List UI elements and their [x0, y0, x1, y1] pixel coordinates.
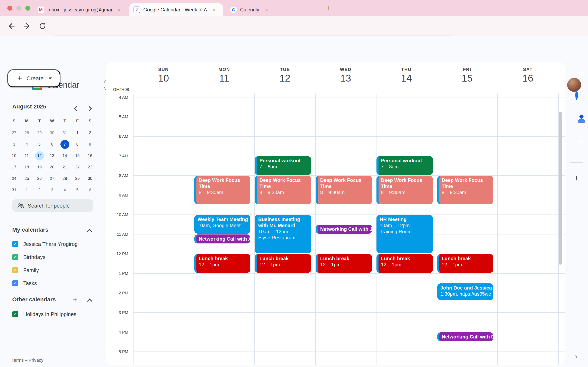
mini-calendar-day[interactable]: 6: [48, 140, 57, 149]
event[interactable]: Deep Work FocusTime8 – 9:30am: [437, 176, 493, 204]
calendar-list-item[interactable]: ✓Birthdays: [12, 252, 100, 262]
tab-gmail[interactable]: M Inbox - jessicayrogirog@gmai ×: [34, 3, 127, 16]
mini-calendar-day[interactable]: 14: [60, 151, 69, 160]
event[interactable]: Deep Work FocusTime8 – 9:30am: [376, 176, 433, 204]
event[interactable]: Weekly Team Meeting10am, Google Meet: [194, 215, 250, 234]
mini-calendar-day[interactable]: 17: [9, 163, 18, 172]
mini-calendar-day[interactable]: 5: [35, 140, 44, 149]
day-number[interactable]: 11: [212, 73, 236, 84]
mini-calendar-prev-icon[interactable]: [75, 105, 78, 112]
calendar-checkbox[interactable]: ✓: [12, 241, 18, 247]
event[interactable]: HR Meeting10am – 12pmTraining Room: [376, 215, 433, 253]
forward-button[interactable]: [22, 21, 32, 31]
mini-calendar-day[interactable]: 3: [48, 185, 57, 194]
event[interactable]: Networking Call with J: [316, 225, 372, 234]
mini-calendar-day[interactable]: 31: [9, 185, 18, 194]
event[interactable]: Networking Call with X: [194, 234, 250, 243]
mini-calendar-next-icon[interactable]: [87, 105, 91, 112]
terms-privacy-links[interactable]: Terms – Privacy: [11, 358, 43, 363]
mini-calendar-day[interactable]: 24: [9, 174, 18, 183]
tab-close-icon[interactable]: ×: [116, 7, 123, 13]
event[interactable]: John Doe and Jessica1:30pm, https://us05…: [437, 284, 493, 300]
calendar-checkbox[interactable]: ✓: [12, 267, 18, 273]
reload-button[interactable]: [38, 21, 47, 31]
search-people-input[interactable]: Search for people: [12, 200, 93, 212]
get-add-ons-button[interactable]: +: [574, 173, 579, 184]
event[interactable]: Lunch break12 – 1pm: [194, 254, 250, 273]
day-number[interactable]: 16: [516, 73, 540, 84]
tab-google-calendar[interactable]: 7 Google Calendar - Week of A ×: [130, 3, 223, 16]
grid-scrollbar[interactable]: [559, 112, 562, 265]
event[interactable]: Personal workout7 – 8am: [255, 156, 311, 175]
google-tasks-icon[interactable]: ✓: [575, 92, 578, 99]
mini-calendar-day[interactable]: 2: [35, 185, 44, 194]
mini-calendar-day[interactable]: 3: [9, 140, 18, 149]
event[interactable]: Deep Work FocusTime8 – 9:30am: [194, 176, 250, 204]
calendar-list-item[interactable]: ✓Jessica Thara Yrogirog: [12, 239, 100, 249]
event[interactable]: Deep Work FocusTime8 – 9:30am: [316, 176, 372, 204]
mini-calendar-day[interactable]: 4: [22, 140, 31, 149]
event[interactable]: Deep Work FocusTime8 – 9:30am: [255, 176, 311, 204]
event[interactable]: Networking Call with D: [437, 332, 493, 341]
event[interactable]: Business meetingwith Mr. Menard10am – 12…: [255, 215, 311, 253]
mini-calendar-day[interactable]: 18: [22, 163, 31, 172]
mini-calendar-day[interactable]: 22: [73, 163, 82, 172]
mini-calendar-day[interactable]: 28: [22, 128, 31, 137]
calendar-checkbox[interactable]: ✓: [12, 311, 18, 317]
event[interactable]: Lunch break12 – 1pm: [316, 254, 372, 273]
event[interactable]: Personal workout7 – 8am: [376, 156, 433, 175]
calendar-list-item[interactable]: ✓Family: [12, 265, 100, 275]
hide-side-panel-icon[interactable]: ›: [575, 352, 577, 360]
mini-calendar-day[interactable]: 30: [48, 128, 57, 137]
calendar-checkbox[interactable]: ✓: [12, 280, 18, 286]
create-button[interactable]: + Create: [7, 69, 61, 87]
mini-calendar-selected-day[interactable]: 12: [35, 151, 44, 160]
mini-calendar-day[interactable]: 28: [60, 174, 69, 183]
mini-calendar-day[interactable]: 6: [86, 185, 95, 194]
mini-calendar-day[interactable]: 4: [60, 185, 69, 194]
mini-calendar-day[interactable]: 1: [22, 185, 31, 194]
mini-calendar-day[interactable]: 23: [86, 163, 95, 172]
mini-calendar-day[interactable]: 31: [60, 128, 69, 137]
window-close-button[interactable]: [7, 6, 12, 11]
day-number[interactable]: 15: [455, 73, 479, 84]
tab-close-icon[interactable]: ×: [211, 7, 218, 13]
tab-calendly[interactable]: C Calendly ×: [226, 3, 319, 16]
event[interactable]: Lunch break12 – 1pm: [255, 254, 311, 273]
mini-calendar-day[interactable]: 16: [86, 151, 95, 160]
mini-calendar-day[interactable]: 8: [73, 140, 82, 149]
mini-calendar-today[interactable]: 7: [60, 140, 69, 149]
window-zoom-button[interactable]: [25, 6, 30, 11]
mini-calendar-day[interactable]: 2: [86, 128, 95, 137]
day-number[interactable]: 14: [394, 73, 419, 84]
mini-calendar-day[interactable]: 30: [86, 174, 95, 183]
day-number[interactable]: 13: [333, 73, 358, 84]
mini-calendar-day[interactable]: 11: [22, 151, 31, 160]
day-number[interactable]: 12: [273, 73, 297, 84]
event[interactable]: Lunch break12 – 1pm: [437, 254, 493, 273]
calendar-checkbox[interactable]: ✓: [12, 254, 18, 260]
week-grid[interactable]: 4 AM5 AM6 AM7 AM8 AM9 AM10 AM11 AM12 PM1…: [106, 94, 565, 365]
new-tab-button[interactable]: +: [327, 4, 331, 13]
calendar-list-item[interactable]: ✓Tasks: [12, 278, 100, 288]
mini-calendar-day[interactable]: 26: [35, 174, 44, 183]
mini-calendar-day[interactable]: 21: [60, 163, 69, 172]
window-minimize-button[interactable]: [16, 6, 21, 11]
mini-calendar-day[interactable]: 20: [48, 163, 57, 172]
mini-calendar-day[interactable]: 29: [35, 128, 44, 137]
mini-calendar-day[interactable]: 29: [73, 174, 82, 183]
day-number[interactable]: 10: [151, 73, 176, 84]
calendar-list-item[interactable]: ✓Holidays in Philippines: [12, 309, 100, 319]
mini-calendar-day[interactable]: 15: [73, 151, 82, 160]
mini-calendar-day[interactable]: 25: [22, 174, 31, 183]
mini-calendar-day[interactable]: 19: [35, 163, 44, 172]
mini-calendar-day[interactable]: 27: [9, 128, 18, 137]
mini-calendar-day[interactable]: 10: [9, 151, 18, 160]
mini-calendar-day[interactable]: 27: [48, 174, 57, 183]
mini-calendar-day[interactable]: 9: [86, 140, 95, 149]
collapse-chevron-icon[interactable]: [88, 298, 91, 304]
event[interactable]: Lunch break12 – 1pm: [376, 254, 433, 273]
add-other-calendar-icon[interactable]: +: [73, 295, 77, 305]
mini-calendar-day[interactable]: 1: [73, 128, 82, 137]
mini-calendar-day[interactable]: 13: [48, 151, 57, 160]
